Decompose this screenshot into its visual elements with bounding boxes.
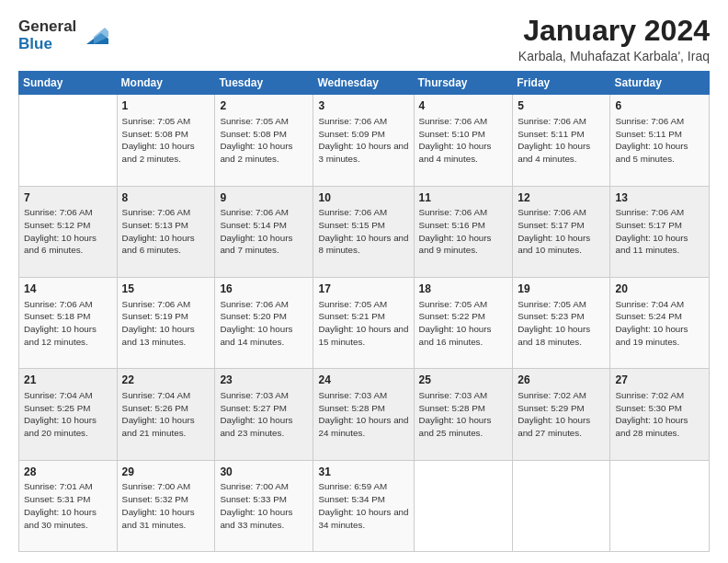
day-detail: Sunrise: 7:02 AMSunset: 5:30 PMDaylight:… [615, 389, 704, 440]
table-row: 17Sunrise: 7:05 AMSunset: 5:21 PMDayligh… [313, 277, 414, 368]
day-number: 20 [615, 282, 704, 297]
col-tuesday: Tuesday [215, 72, 313, 95]
day-detail: Sunrise: 7:06 AMSunset: 5:16 PMDaylight:… [419, 206, 508, 257]
day-number: 24 [318, 373, 408, 388]
day-detail: Sunrise: 7:06 AMSunset: 5:14 PMDaylight:… [220, 206, 308, 257]
table-row: 2Sunrise: 7:05 AMSunset: 5:08 PMDaylight… [215, 95, 313, 186]
day-detail: Sunrise: 7:00 AMSunset: 5:33 PMDaylight:… [220, 480, 308, 531]
table-row [513, 460, 610, 551]
calendar-week-row: 7Sunrise: 7:06 AMSunset: 5:12 PMDaylight… [19, 186, 710, 277]
table-row: 21Sunrise: 7:04 AMSunset: 5:25 PMDayligh… [19, 369, 118, 460]
day-number: 15 [122, 282, 210, 297]
day-detail: Sunrise: 7:06 AMSunset: 5:11 PMDaylight:… [615, 115, 704, 166]
day-detail: Sunrise: 7:03 AMSunset: 5:28 PMDaylight:… [318, 389, 408, 440]
day-detail: Sunrise: 7:03 AMSunset: 5:27 PMDaylight:… [220, 389, 308, 440]
day-detail: Sunrise: 7:05 AMSunset: 5:08 PMDaylight:… [220, 115, 308, 166]
table-row: 23Sunrise: 7:03 AMSunset: 5:27 PMDayligh… [215, 369, 313, 460]
table-row: 14Sunrise: 7:06 AMSunset: 5:18 PMDayligh… [19, 277, 118, 368]
day-detail: Sunrise: 7:06 AMSunset: 5:20 PMDaylight:… [220, 298, 308, 349]
calendar-week-row: 28Sunrise: 7:01 AMSunset: 5:31 PMDayligh… [19, 460, 710, 551]
day-detail: Sunrise: 7:02 AMSunset: 5:29 PMDaylight:… [518, 389, 605, 440]
table-row: 15Sunrise: 7:06 AMSunset: 5:19 PMDayligh… [117, 277, 215, 368]
calendar-header-row: Sunday Monday Tuesday Wednesday Thursday… [19, 72, 710, 95]
day-number: 16 [220, 282, 308, 297]
col-saturday: Saturday [610, 72, 710, 95]
day-number: 8 [122, 190, 210, 206]
table-row: 16Sunrise: 7:06 AMSunset: 5:20 PMDayligh… [215, 277, 313, 368]
day-detail: Sunrise: 7:06 AMSunset: 5:19 PMDaylight:… [122, 298, 210, 349]
table-row: 24Sunrise: 7:03 AMSunset: 5:28 PMDayligh… [313, 369, 414, 460]
day-number: 7 [24, 190, 112, 206]
day-detail: Sunrise: 7:04 AMSunset: 5:26 PMDaylight:… [122, 389, 210, 440]
table-row: 8Sunrise: 7:06 AMSunset: 5:13 PMDaylight… [117, 186, 215, 277]
table-row [610, 460, 710, 551]
day-detail: Sunrise: 7:06 AMSunset: 5:15 PMDaylight:… [318, 206, 408, 257]
logo: General Blue [18, 18, 108, 52]
logo-general: General [18, 17, 76, 35]
day-number: 22 [122, 373, 210, 388]
calendar-table: Sunday Monday Tuesday Wednesday Thursday… [18, 71, 710, 552]
col-monday: Monday [117, 72, 215, 95]
day-detail: Sunrise: 7:05 AMSunset: 5:21 PMDaylight:… [318, 298, 408, 349]
day-detail: Sunrise: 7:04 AMSunset: 5:24 PMDaylight:… [615, 298, 704, 349]
day-detail: Sunrise: 7:06 AMSunset: 5:12 PMDaylight:… [24, 206, 112, 257]
day-number: 30 [220, 465, 308, 480]
header: General Blue January 2024 Karbala, Muhaf… [18, 15, 710, 63]
day-number: 18 [419, 282, 508, 297]
col-friday: Friday [513, 72, 610, 95]
day-number: 17 [318, 282, 408, 297]
table-row: 11Sunrise: 7:06 AMSunset: 5:16 PMDayligh… [414, 186, 513, 277]
col-wednesday: Wednesday [313, 72, 414, 95]
day-number: 21 [24, 373, 112, 388]
day-detail: Sunrise: 7:06 AMSunset: 5:11 PMDaylight:… [518, 115, 605, 166]
day-number: 4 [419, 98, 508, 114]
table-row: 25Sunrise: 7:03 AMSunset: 5:28 PMDayligh… [414, 369, 513, 460]
table-row: 6Sunrise: 7:06 AMSunset: 5:11 PMDaylight… [610, 95, 710, 186]
day-number: 26 [518, 373, 605, 388]
table-row: 12Sunrise: 7:06 AMSunset: 5:17 PMDayligh… [513, 186, 610, 277]
day-number: 25 [419, 373, 508, 388]
day-number: 12 [518, 190, 605, 206]
col-thursday: Thursday [414, 72, 513, 95]
day-number: 10 [318, 190, 408, 206]
table-row: 28Sunrise: 7:01 AMSunset: 5:31 PMDayligh… [19, 460, 118, 551]
table-row: 3Sunrise: 7:06 AMSunset: 5:09 PMDaylight… [313, 95, 414, 186]
table-row: 7Sunrise: 7:06 AMSunset: 5:12 PMDaylight… [19, 186, 118, 277]
day-detail: Sunrise: 7:05 AMSunset: 5:08 PMDaylight:… [122, 115, 210, 166]
day-detail: Sunrise: 7:06 AMSunset: 5:18 PMDaylight:… [24, 298, 112, 349]
title-block: January 2024 Karbala, Muhafazat Karbala'… [518, 15, 710, 63]
table-row: 31Sunrise: 6:59 AMSunset: 5:34 PMDayligh… [313, 460, 414, 551]
day-number: 31 [318, 465, 408, 480]
calendar-week-row: 14Sunrise: 7:06 AMSunset: 5:18 PMDayligh… [19, 277, 710, 368]
day-number: 5 [518, 98, 605, 114]
table-row [19, 95, 118, 186]
logo-blue: Blue [18, 35, 52, 52]
day-number: 11 [419, 190, 508, 206]
day-number: 2 [220, 98, 308, 114]
table-row: 26Sunrise: 7:02 AMSunset: 5:29 PMDayligh… [513, 369, 610, 460]
table-row: 22Sunrise: 7:04 AMSunset: 5:26 PMDayligh… [117, 369, 215, 460]
table-row: 18Sunrise: 7:05 AMSunset: 5:22 PMDayligh… [414, 277, 513, 368]
calendar-week-row: 21Sunrise: 7:04 AMSunset: 5:25 PMDayligh… [19, 369, 710, 460]
table-row [414, 460, 513, 551]
day-detail: Sunrise: 7:04 AMSunset: 5:25 PMDaylight:… [24, 389, 112, 440]
table-row: 10Sunrise: 7:06 AMSunset: 5:15 PMDayligh… [313, 186, 414, 277]
day-detail: Sunrise: 7:05 AMSunset: 5:22 PMDaylight:… [419, 298, 508, 349]
month-title: January 2024 [518, 15, 710, 47]
logo-icon [79, 18, 108, 48]
col-sunday: Sunday [19, 72, 118, 95]
day-number: 29 [122, 465, 210, 480]
day-detail: Sunrise: 7:06 AMSunset: 5:17 PMDaylight:… [615, 206, 704, 257]
page: General Blue January 2024 Karbala, Muhaf… [0, 0, 728, 563]
table-row: 19Sunrise: 7:05 AMSunset: 5:23 PMDayligh… [513, 277, 610, 368]
day-number: 14 [24, 282, 112, 297]
day-detail: Sunrise: 7:06 AMSunset: 5:17 PMDaylight:… [518, 206, 605, 257]
table-row: 4Sunrise: 7:06 AMSunset: 5:10 PMDaylight… [414, 95, 513, 186]
day-detail: Sunrise: 7:06 AMSunset: 5:13 PMDaylight:… [122, 206, 210, 257]
day-number: 27 [615, 373, 704, 388]
table-row: 27Sunrise: 7:02 AMSunset: 5:30 PMDayligh… [610, 369, 710, 460]
day-number: 23 [220, 373, 308, 388]
day-detail: Sunrise: 7:03 AMSunset: 5:28 PMDaylight:… [419, 389, 508, 440]
day-number: 3 [318, 98, 408, 114]
day-number: 1 [122, 98, 210, 114]
